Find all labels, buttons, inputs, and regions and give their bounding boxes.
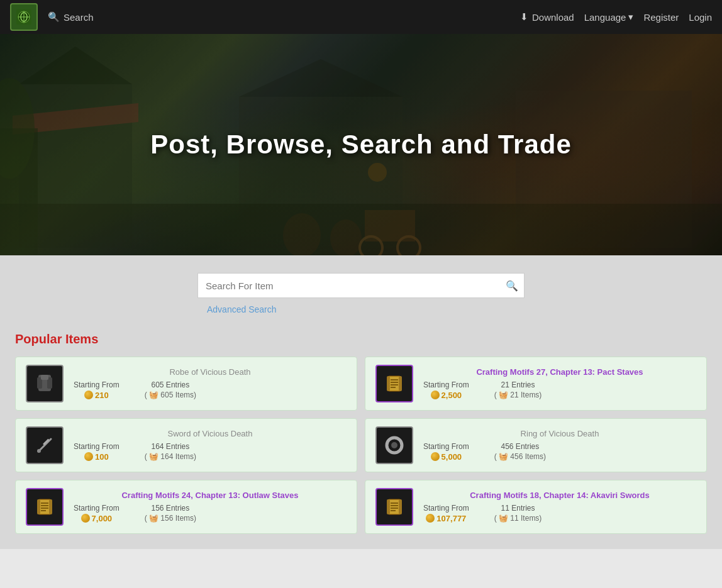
item-stats: Starting From 210 605 Entries ( 🧺 605 It… <box>74 380 347 400</box>
search-input[interactable] <box>197 273 499 298</box>
item-card: Sword of Vicious Death Starting From 100… <box>15 418 357 472</box>
items-count: ( 🧺 11 Items) <box>494 514 542 523</box>
item-name[interactable]: Crafting Motifs 18, Chapter 14: Akaviri … <box>423 491 696 501</box>
entries-group: 164 Entries ( 🧺 164 Items) <box>145 442 196 461</box>
svg-rect-24 <box>41 375 48 380</box>
svg-rect-44 <box>37 499 40 514</box>
starting-from-label: Starting From <box>74 380 119 389</box>
item-price: 2,500 <box>431 391 462 400</box>
item-stats: Starting From 7,000 156 Entries ( 🧺 156 … <box>74 504 347 523</box>
item-name: Sword of Vicious Death <box>74 429 347 440</box>
items-grid: Robe of Vicious Death Starting From 210 … <box>15 357 707 534</box>
item-stats: Starting From 107,777 11 Entries ( 🧺 11 … <box>423 504 696 523</box>
coin-icon <box>84 391 93 399</box>
item-name[interactable]: Crafting Motifs 27, Chapter 13: Pact Sta… <box>423 367 696 378</box>
entries-group: 456 Entries ( 🧺 456 Items) <box>494 442 546 461</box>
chevron-down-icon: ▾ <box>628 11 633 23</box>
advanced-search-link[interactable]: Advanced Search <box>207 304 277 314</box>
items-count: ( 🧺 456 Items) <box>494 452 546 461</box>
item-icon[interactable] <box>26 488 64 526</box>
svg-rect-45 <box>49 499 52 514</box>
login-link[interactable]: Login <box>689 12 712 23</box>
navbar: 🔍 Search ⬇ Download Language ▾ Register … <box>0 0 722 34</box>
items-count: ( 🧺 156 Items) <box>145 514 196 523</box>
price-group: Starting From 107,777 <box>423 504 469 523</box>
starting-from-label: Starting From <box>74 504 119 513</box>
price-group: Starting From 100 <box>74 442 119 462</box>
entries-label: 164 Entries <box>152 442 190 451</box>
item-name[interactable]: Crafting Motifs 24, Chapter 13: Outlaw S… <box>74 491 347 501</box>
item-price: 107,777 <box>426 514 466 523</box>
item-info: Crafting Motifs 27, Chapter 13: Pact Sta… <box>423 367 696 400</box>
starting-from-label: Starting From <box>423 380 469 389</box>
coin-icon <box>431 452 440 461</box>
entries-label: 21 Entries <box>501 380 535 389</box>
search-bar-container: 🔍 <box>197 273 525 298</box>
item-card: Ring of Vicious Death Starting From 5,00… <box>365 418 707 472</box>
search-icon: 🔍 <box>48 11 60 23</box>
hero-banner: Post, Browse, Search and Trade <box>0 34 722 255</box>
item-price: 5,000 <box>431 452 462 462</box>
download-icon: ⬇ <box>520 11 528 23</box>
popular-section: Popular Items Robe of Vicious Death Star… <box>0 322 722 549</box>
starting-from-label: Starting From <box>74 442 119 451</box>
item-icon[interactable] <box>375 365 413 402</box>
entries-group: 21 Entries ( 🧺 21 Items) <box>494 380 542 399</box>
item-name: Ring of Vicious Death <box>423 429 696 440</box>
svg-point-35 <box>37 449 41 453</box>
nav-search-link[interactable]: 🔍 Search <box>48 11 94 23</box>
svg-rect-53 <box>399 499 402 514</box>
item-info: Robe of Vicious Death Starting From 210 … <box>74 367 347 400</box>
entries-label: 605 Entries <box>152 380 190 389</box>
entries-group: 156 Entries ( 🧺 156 Items) <box>145 504 196 523</box>
item-icon <box>26 365 64 402</box>
svg-rect-32 <box>399 376 402 391</box>
item-info: Crafting Motifs 18, Chapter 14: Akaviri … <box>423 491 696 523</box>
item-name: Robe of Vicious Death <box>74 367 347 378</box>
item-card: Crafting Motifs 27, Chapter 13: Pact Sta… <box>365 357 707 411</box>
entries-label: 456 Entries <box>501 442 540 451</box>
entries-label: 156 Entries <box>152 504 190 513</box>
entries-label: 11 Entries <box>501 504 535 513</box>
item-info: Sword of Vicious Death Starting From 100… <box>74 429 347 462</box>
item-stats: Starting From 100 164 Entries ( 🧺 164 It… <box>74 442 347 462</box>
language-label: Language <box>584 12 626 23</box>
price-group: Starting From 210 <box>74 380 119 400</box>
register-link[interactable]: Register <box>643 12 679 23</box>
coin-icon <box>426 514 435 523</box>
svg-rect-31 <box>387 376 390 391</box>
item-info: Crafting Motifs 24, Chapter 13: Outlaw S… <box>74 491 347 523</box>
item-icon <box>375 426 413 464</box>
starting-from-label: Starting From <box>423 442 469 451</box>
item-stats: Starting From 5,000 456 Entries ( 🧺 456 … <box>423 442 696 462</box>
price-group: Starting From 5,000 <box>423 442 469 462</box>
nav-search-label: Search <box>64 12 94 23</box>
entries-group: 11 Entries ( 🧺 11 Items) <box>494 504 542 523</box>
coin-icon <box>431 391 440 399</box>
download-label: Download <box>532 12 574 23</box>
starting-from-label: Starting From <box>423 504 469 513</box>
item-card: Robe of Vicious Death Starting From 210 … <box>15 357 357 411</box>
item-card: Crafting Motifs 24, Chapter 13: Outlaw S… <box>15 480 357 534</box>
svg-point-37 <box>391 442 397 448</box>
items-count: ( 🧺 164 Items) <box>145 452 196 461</box>
search-section: 🔍 Advanced Search <box>0 255 722 322</box>
item-icon[interactable] <box>375 488 413 526</box>
coin-icon <box>84 452 93 461</box>
item-info: Ring of Vicious Death Starting From 5,00… <box>423 429 696 462</box>
items-count: ( 🧺 605 Items) <box>145 391 196 399</box>
site-logo[interactable] <box>10 3 38 31</box>
items-count: ( 🧺 21 Items) <box>494 391 542 399</box>
coin-icon <box>81 514 90 523</box>
svg-rect-52 <box>387 499 390 514</box>
item-stats: Starting From 2,500 21 Entries ( 🧺 21 It… <box>423 380 696 400</box>
item-icon <box>26 426 64 464</box>
price-group: Starting From 7,000 <box>74 504 119 523</box>
download-link[interactable]: ⬇ Download <box>520 11 574 23</box>
item-price: 100 <box>84 452 109 462</box>
hero-title: Post, Browse, Search and Trade <box>150 130 572 160</box>
language-selector[interactable]: Language ▾ <box>584 11 634 23</box>
popular-items-title: Popular Items <box>15 332 707 347</box>
search-button[interactable]: 🔍 <box>499 273 525 298</box>
item-price: 210 <box>84 391 109 400</box>
